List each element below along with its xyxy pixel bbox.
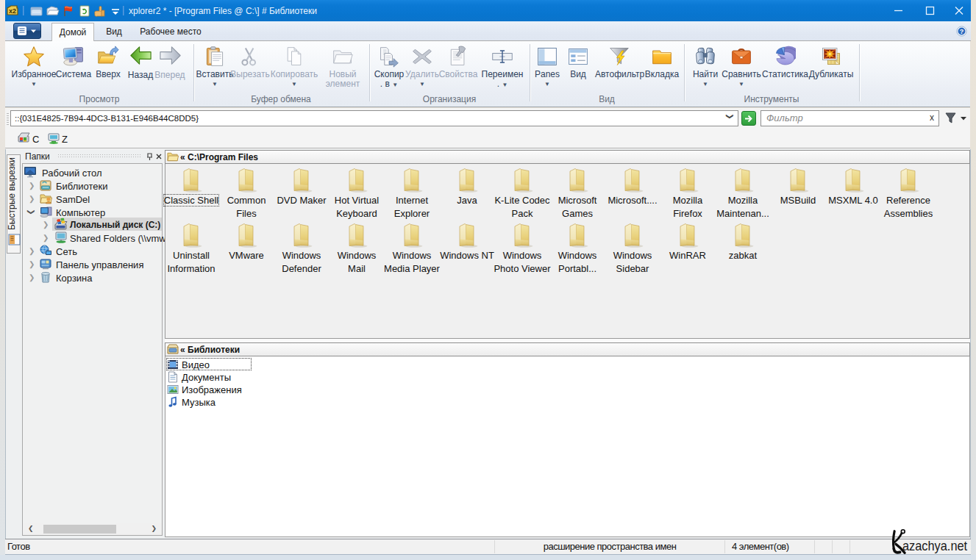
svg-text:x2: x2 [9, 7, 16, 15]
svg-text:?: ? [960, 28, 964, 35]
